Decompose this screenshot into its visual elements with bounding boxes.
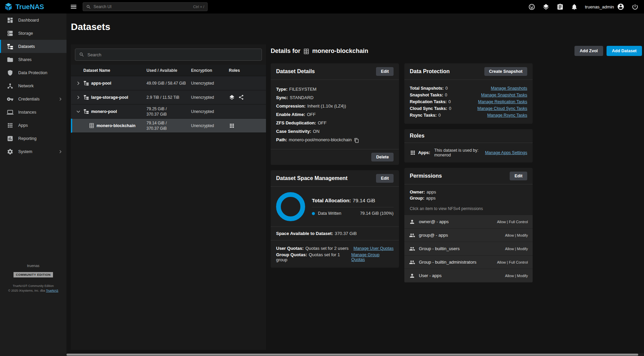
edit-space-button[interactable]: Edit [376,174,394,183]
sidebar-item-system[interactable]: System [0,145,66,158]
expand-chevron-icon[interactable] [75,80,81,86]
sidebar-item-label: Storage [18,31,33,36]
legend-dot [312,212,315,215]
checklist-clipboard-icon[interactable] [557,3,564,10]
add-dataset-button[interactable]: Add Dataset [607,46,642,56]
sidebar-item-network[interactable]: Network [0,79,66,92]
group-row: Group:apps [410,196,527,201]
nfsv4-hint: Click an item to view NFSv4 permissions [404,204,533,215]
apps-role-layers-icon [229,94,235,100]
used-available-value: 49.09 GiB / 58.47 GiB [146,81,191,86]
permission-item-user-apps[interactable]: User - apps Allow | Modify [404,269,533,283]
permission-item-owner[interactable]: owner@ - apps Allow | Full Control [404,215,533,229]
global-search-input[interactable] [93,4,191,9]
sidebar-item-apps[interactable]: Apps [0,119,66,132]
page-title: Datasets [71,22,644,32]
edit-dataset-details-button[interactable]: Edit [376,67,394,76]
hostname: truenas [0,264,66,268]
apps-role-grid-icon [229,123,235,129]
manage-replication-tasks-link[interactable]: Manage Replication Tasks [478,99,527,104]
sidebar-item-storage[interactable]: Storage [0,27,66,40]
group-icon [409,246,415,252]
sidebar-item-dashboard[interactable]: Dashboard [0,13,66,27]
group-icon [409,232,415,238]
dataset-row-large-storage-pool[interactable]: large-storage-pool 2.9 TiB / 11.52 TiB U… [71,90,266,105]
used-available-value: 79.14 GiB / 370.37 GiB [146,120,191,131]
details-panel: Details for monero-blockchain Add Zvol A… [271,44,644,350]
details-title: Details for monero-blockchain [271,48,368,55]
dataset-tree-panel: Dataset Name Used / Available Encryption… [71,44,266,350]
add-zvol-button[interactable]: Add Zvol [574,46,603,56]
horizontal-scrollbar-thumb[interactable] [66,354,638,356]
copy-path-icon[interactable] [354,138,359,143]
gear-icon [7,148,14,155]
card-title: Data Protection [410,68,450,75]
manage-snapshots-link[interactable]: Manage Snapshots [491,86,527,91]
encryption-value: Unencrypted [191,123,229,128]
permission-item-builtin-administrators[interactable]: Group - builtin_administrators Allow | F… [404,256,533,269]
card-title: Permissions [410,173,442,179]
horizontal-scrollbar[interactable] [66,353,644,356]
search-shortcut: Ctrl + / [193,5,204,9]
global-search[interactable]: Ctrl + / [83,2,208,11]
selected-dataset-name: monero-blockchain [312,48,368,55]
rsync-tasks-row: Rsync Tasks:0 Manage Rsync Tasks [410,113,527,118]
dataset-row-monero-blockchain[interactable]: monero-blockchain 79.14 GiB / 370.37 GiB… [71,119,266,133]
edition-badge: COMMUNITY EDITION [14,272,53,277]
edit-permissions-button[interactable]: Edit [510,172,527,180]
manage-cloud-sync-tasks-link[interactable]: Manage Cloud Sync Tasks [477,106,527,111]
create-snapshot-button[interactable]: Create Snapshot [484,67,527,76]
manage-rsync-tasks-link[interactable]: Manage Rsync Tasks [487,113,527,118]
delete-dataset-button[interactable]: Delete [371,153,394,161]
person-icon [409,219,415,225]
manage-group-quotas-link[interactable]: Manage Group Quotas [351,253,394,262]
user-quotas-row: User Quotas:Quotas set for 2 users Manag… [276,246,394,251]
sidebar-item-data-protection[interactable]: Data Protection [0,66,66,79]
encryption-value: Unencrypted [191,95,229,100]
roles-cell [229,94,266,100]
alerts-bell-icon[interactable] [571,3,578,10]
manage-snapshot-tasks-link[interactable]: Manage Snapshot Tasks [481,93,527,97]
jobs-layers-icon[interactable] [542,3,549,10]
key-icon [7,96,14,102]
shield-icon [7,69,14,76]
sidebar-item-label: Credentials [18,97,39,101]
encryption-value: Unencrypted [191,81,229,86]
permission-item-builtin-users[interactable]: Group - builtin_users Allow | Modify [404,242,533,256]
column-header-encryption: Encryption [191,68,229,73]
sidebar-item-datasets[interactable]: Datasets [0,40,66,53]
feedback-smiley-icon[interactable] [528,3,535,10]
dataset-row-monero-pool[interactable]: monero-pool 79.25 GiB / 370.37 GiB Unenc… [71,105,266,119]
dashboard-icon [7,17,14,24]
permission-item-group-at[interactable]: group@ - apps Allow | Modify [404,229,533,242]
dataset-search[interactable] [75,49,262,61]
dataset-archive-icon [303,48,310,54]
field-type: Type:FILESYSTEM [276,86,394,93]
manage-user-quotas-link[interactable]: Manage User Quotas [353,246,394,251]
total-allocation: Total Allocation:79.14 GiB [312,198,394,207]
power-icon[interactable] [632,3,639,10]
sidebar-item-credentials[interactable]: Credentials [0,92,66,106]
username[interactable]: truenas_admin [585,4,614,9]
collapse-chevron-icon[interactable] [75,109,81,115]
topbar-actions: truenas_admin [528,3,644,10]
encryption-value: Unencrypted [191,109,229,114]
dataset-name: apps-pool [91,81,111,86]
hamburger-menu-icon[interactable] [70,2,77,11]
dataset-row-apps-pool[interactable]: apps-pool 49.09 GiB / 58.47 GiB Unencryp… [71,76,266,90]
sidebar-item-shares[interactable]: Shares [0,53,66,66]
truenas-logo[interactable]: TrueNAS [0,2,66,11]
truenas-link[interactable]: TrueNAS [46,289,58,292]
card-title: Dataset Space Management [276,175,348,181]
expand-chevron-icon[interactable] [75,94,81,100]
group-quotas-row: Group Quotas:Quotas set for 1 group Mana… [276,252,394,262]
sidebar-item-reporting[interactable]: Reporting [0,132,66,145]
datasets-tree-icon [7,43,14,50]
account-circle-icon[interactable] [617,3,624,10]
field-path: Path:monero-pool/monero-blockchain [276,136,394,143]
sidebar-item-instances[interactable]: Instances [0,106,66,119]
dataset-search-input[interactable] [87,52,258,57]
manage-apps-settings-link[interactable]: Manage Apps Settings [485,150,527,155]
roles-cell [229,123,266,129]
permissions-list: owner@ - apps Allow | Full Control group… [404,215,533,283]
